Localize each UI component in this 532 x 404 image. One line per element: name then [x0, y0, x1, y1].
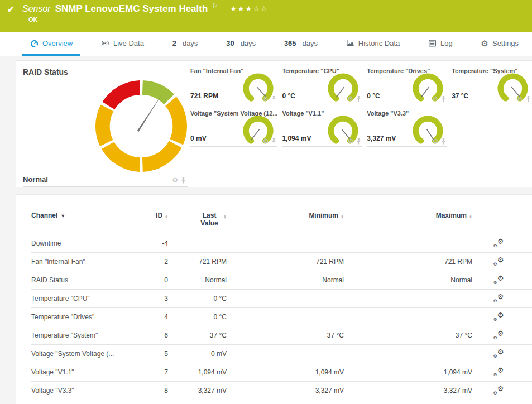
- tab-2-days[interactable]: 2 days: [165, 32, 206, 56]
- gauge-value: 0 °C: [282, 92, 295, 100]
- tab-label: days: [241, 39, 256, 47]
- pin-icon[interactable]: [271, 96, 276, 102]
- column-header-minimum[interactable]: Minimum▲▼: [227, 209, 344, 234]
- channels-table: Channel▼ ID▲▼ Last Value▲▼ Minimum▲▼ Max…: [31, 209, 532, 400]
- pin-icon[interactable]: [526, 96, 531, 102]
- gauge-settings-icon[interactable]: ⚙: [263, 138, 269, 145]
- pin-icon[interactable]: [356, 138, 361, 145]
- pin-icon[interactable]: [356, 96, 361, 102]
- channel-settings-icon[interactable]: ⚙⚙: [494, 349, 504, 358]
- channel-settings-icon[interactable]: ⚙⚙: [494, 367, 504, 376]
- gauge-card-fan-internal-fan: Fan "Internal Fan" 721 RPM ⚙: [190, 68, 277, 104]
- gauge-settings-icon[interactable]: ⚙: [348, 95, 354, 102]
- table-row: Temperature "System" 6 37 °C 37 °C 37 °C…: [31, 326, 532, 345]
- pin-icon[interactable]: [441, 96, 446, 102]
- column-header-id[interactable]: ID▲▼: [146, 209, 168, 234]
- priority-stars[interactable]: ★★★☆☆: [230, 3, 268, 13]
- maximum-value: 3,327 mV: [344, 382, 472, 400]
- gauge-card-voltage-v1-1: Voltage "V1.1" 1,094 mV ⚙: [282, 110, 362, 147]
- broadcast-icon: [101, 39, 109, 47]
- channel-settings-icon[interactable]: ⚙⚙: [494, 312, 504, 321]
- status-badge: OK: [28, 16, 38, 23]
- raid-gauge-value: Normal: [23, 175, 48, 184]
- channel-settings-icon[interactable]: ⚙⚙: [494, 257, 504, 266]
- tab-label: Historic Data: [358, 39, 400, 47]
- minimum-value: [227, 345, 344, 363]
- minimum-value: [227, 234, 344, 253]
- gauge-value: 0 °C: [367, 92, 380, 100]
- tab-label: days: [183, 39, 198, 47]
- tab-30-days[interactable]: 30 days: [218, 32, 263, 56]
- column-header-channel[interactable]: Channel▼: [31, 209, 146, 234]
- channel-name: Temperature "CPU": [31, 290, 146, 308]
- tab-overview[interactable]: Overview: [22, 32, 80, 56]
- gauge-settings-icon[interactable]: ⚙: [348, 138, 354, 145]
- tab-label: Overview: [42, 39, 73, 47]
- sort-icon: ▲▼: [165, 214, 168, 219]
- tab-historic-data[interactable]: Historic Data: [338, 32, 408, 56]
- pin-icon[interactable]: [271, 138, 276, 145]
- tab-bar: Overview Live Data 2 days 30 days 365 da…: [0, 32, 532, 56]
- content-area: RAID Status Normal ⚙ Fan "Int: [0, 56, 532, 404]
- gauge-card-temperature-system: Temperature "System" 37 °C ⚙: [452, 68, 532, 104]
- flag-icon[interactable]: ⚐: [212, 2, 218, 9]
- gauges-panel: RAID Status Normal ⚙ Fan "Int: [16, 60, 532, 187]
- minimum-value: 1,094 mV: [227, 363, 344, 382]
- tab-number: 2: [172, 39, 176, 47]
- sensor-kind-label: Sensor: [22, 3, 51, 14]
- channel-settings-icon[interactable]: ⚙⚙: [494, 294, 504, 302]
- sensor-status-bar: ✔ Sensor SNMP LenovoEMC System Health ⚐ …: [0, 0, 532, 32]
- gear-icon: ⚙: [481, 39, 488, 47]
- tab-log[interactable]: Log: [420, 32, 461, 56]
- table-row: Temperature "CPU" 3 0 °C ⚙⚙: [31, 290, 532, 308]
- channels-panel: Channel▼ ID▲▼ Last Value▲▼ Minimum▲▼ Max…: [16, 194, 532, 404]
- channel-settings-icon[interactable]: ⚙⚙: [494, 386, 504, 395]
- last-value: 37 °C: [168, 326, 227, 345]
- maximum-value: [344, 234, 472, 253]
- channel-settings-icon[interactable]: ⚙⚙: [494, 238, 504, 247]
- gauge-card-temperature-drives: Temperature "Drives" 0 °C ⚙: [367, 68, 447, 104]
- minimum-value: 3,327 mV: [227, 382, 344, 400]
- log-list-icon: [428, 39, 437, 47]
- column-header-last-value[interactable]: Last Value▲▼: [168, 209, 227, 234]
- maximum-value: 1,094 mV: [344, 363, 472, 382]
- pin-icon[interactable]: [441, 138, 446, 145]
- gauge-settings-icon[interactable]: ⚙: [432, 95, 438, 102]
- gauge-settings-icon[interactable]: ⚙: [517, 95, 523, 102]
- minimum-value: Normal: [227, 271, 344, 290]
- channel-settings-icon[interactable]: ⚙⚙: [494, 275, 504, 284]
- table-row: Voltage "V1.1" 7 1,094 mV 1,094 mV 1,094…: [31, 363, 532, 382]
- gauge-settings-icon[interactable]: ⚙: [263, 95, 269, 102]
- tab-settings[interactable]: ⚙ Settings: [473, 32, 526, 56]
- maximum-value: 721 RPM: [344, 253, 472, 271]
- tab-live-data[interactable]: Live Data: [93, 32, 152, 56]
- channel-id: 4: [146, 308, 168, 326]
- channel-id: 7: [146, 363, 168, 382]
- raid-status-card: RAID Status Normal ⚙: [23, 68, 188, 187]
- minimum-value: 37 °C: [227, 326, 344, 345]
- tab-label: Log: [440, 39, 453, 47]
- channel-name: Voltage "V3.3": [31, 382, 146, 400]
- last-value: 3,327 mV: [168, 382, 227, 400]
- last-value: 721 RPM: [168, 253, 227, 271]
- gauge-settings-icon[interactable]: ⚙: [432, 138, 438, 145]
- gauge-settings-icon[interactable]: ⚙: [172, 177, 178, 184]
- area-chart-icon: [346, 39, 354, 47]
- channel-name: Voltage "System Voltage (...: [31, 345, 146, 363]
- channel-id: 0: [146, 271, 168, 290]
- table-row: Voltage "V3.3" 8 3,327 mV 3,327 mV 3,327…: [31, 382, 532, 400]
- last-value: 0 °C: [168, 308, 227, 326]
- gauge-value: 37 °C: [452, 92, 468, 100]
- gauge-card-voltage-system: Voltage "System Voltage (12... 0 mV ⚙: [190, 110, 277, 147]
- tab-number: 30: [226, 39, 234, 47]
- sort-icon: ▲▼: [223, 214, 227, 219]
- tab-365-days[interactable]: 365 days: [276, 32, 325, 56]
- pin-icon[interactable]: [181, 177, 186, 184]
- sort-icon: ▲▼: [341, 214, 344, 219]
- channel-settings-icon[interactable]: ⚙⚙: [494, 330, 504, 339]
- column-header-maximum[interactable]: Maximum▲▼: [344, 209, 472, 234]
- minimum-value: [227, 290, 344, 308]
- tab-label: Settings: [492, 39, 519, 47]
- channel-name: Temperature "Drives": [31, 308, 146, 326]
- speedometer-icon: [30, 39, 39, 47]
